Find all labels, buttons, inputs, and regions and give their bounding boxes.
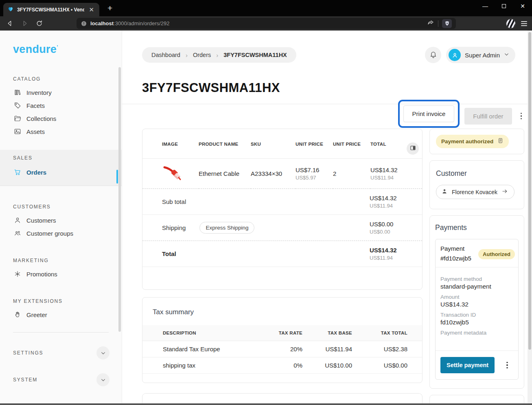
breadcrumb-dashboard[interactable]: Dashboard bbox=[151, 52, 180, 58]
browser-tab[interactable]: 3FY7FSCWSHMA11HX • Vendure ✕ bbox=[3, 3, 99, 16]
sidebar-item-label: Customers bbox=[26, 217, 56, 224]
sidebar-item-greeter[interactable]: Greeter bbox=[0, 308, 122, 321]
sidebar-item-label: Collections bbox=[26, 115, 56, 122]
column-header: TAX RATE bbox=[256, 325, 302, 341]
url-bar[interactable]: localhost:3000/admin/orders/292 bbox=[77, 18, 456, 29]
image-icon bbox=[14, 128, 21, 135]
order-actions-kebab-icon[interactable] bbox=[519, 111, 524, 121]
user-icon bbox=[14, 217, 21, 224]
page-scrollbar-thumb[interactable] bbox=[528, 32, 531, 350]
site-info-icon[interactable] bbox=[81, 20, 87, 27]
tax-rate: 20% bbox=[256, 341, 302, 357]
user-icon bbox=[441, 188, 448, 196]
payment-kebab-icon[interactable] bbox=[505, 360, 510, 370]
user-menu[interactable]: Super Admin bbox=[446, 47, 515, 63]
sidebar-item-inventory[interactable]: Inventory bbox=[0, 86, 122, 99]
unit-price: US$7.16 bbox=[296, 166, 333, 173]
arrow-right-icon bbox=[501, 188, 508, 196]
quantity: 2 bbox=[333, 170, 336, 177]
sidebar-item-orders[interactable]: Orders bbox=[0, 166, 122, 179]
table-header-row: DESCRIPTION TAX RATE TAX BASE TAX TOTAL bbox=[142, 325, 422, 341]
browser-profile-avatar[interactable] bbox=[506, 19, 516, 28]
order-state-card: Payment authorized bbox=[429, 129, 524, 154]
chevron-down-icon[interactable] bbox=[96, 346, 109, 359]
order-state-badge[interactable]: Payment authorized bbox=[436, 135, 509, 148]
sidebar-scrollbar[interactable] bbox=[118, 67, 121, 332]
chevron-right-icon: › bbox=[186, 52, 188, 59]
page-title: 3FY7FSCWSHMA11HX bbox=[142, 81, 532, 95]
sidebar-section-system[interactable]: SYSTEM bbox=[13, 359, 109, 386]
fulfill-order-button[interactable]: Fulfill order bbox=[464, 108, 512, 125]
brave-shield-icon[interactable] bbox=[442, 19, 452, 28]
chevron-down-icon[interactable] bbox=[96, 373, 109, 386]
settle-payment-button[interactable]: Settle payment bbox=[440, 357, 495, 373]
bell-icon bbox=[429, 50, 437, 60]
share-icon[interactable] bbox=[427, 19, 434, 28]
reload-icon[interactable] bbox=[34, 19, 44, 28]
browser-tab-bar: 3FY7FSCWSHMA11HX • Vendure ✕ + — ✕ bbox=[0, 0, 532, 16]
column-header: DESCRIPTION bbox=[142, 325, 256, 341]
sidebar-item-label: Orders bbox=[26, 169, 46, 176]
total-row: Total US$14.32 US$11.94 bbox=[142, 241, 422, 267]
product-name: Ethernet Cable bbox=[199, 170, 239, 177]
new-tab-button[interactable]: + bbox=[107, 3, 112, 13]
tab-close-icon[interactable]: ✕ bbox=[88, 6, 95, 13]
subtotal-label: Sub total bbox=[142, 198, 186, 205]
page-scrollbar[interactable] bbox=[528, 31, 532, 405]
order-lines-card: IMAGE PRODUCT NAME SKU UNIT PRICE UNIT P… bbox=[142, 129, 423, 290]
window-minimize-button[interactable]: — bbox=[476, 0, 495, 12]
column-header: UNIT PRICE bbox=[333, 129, 370, 159]
browser-menu-icon[interactable] bbox=[521, 21, 527, 26]
payment-metadata-label: Payment metadata bbox=[440, 330, 513, 336]
notifications-button[interactable] bbox=[425, 47, 441, 63]
users-icon bbox=[14, 230, 21, 237]
sidebar-item-label: Inventory bbox=[26, 89, 52, 96]
chevron-right-icon: › bbox=[216, 52, 218, 59]
forward-icon[interactable] bbox=[20, 19, 29, 28]
total-value: US$14.32 bbox=[370, 247, 422, 254]
payments-card: Payments Payment #fd10zwjb5 Authorized P… bbox=[429, 215, 524, 389]
print-invoice-button[interactable]: Print invoice bbox=[403, 105, 455, 122]
vendure-logo[interactable]: vendure’ bbox=[13, 43, 122, 56]
chevron-down-icon bbox=[504, 51, 509, 59]
table-row: Standard Tax Europe 20% US$11.94 US$2.38 bbox=[142, 341, 422, 357]
total-label: Total bbox=[142, 250, 176, 257]
sidebar-item-assets[interactable]: Assets bbox=[0, 125, 122, 138]
inventory-icon bbox=[14, 89, 21, 96]
product-thumbnail bbox=[162, 164, 185, 183]
sidebar-section-marketing: MARKETING bbox=[13, 258, 122, 263]
active-item-indicator bbox=[116, 170, 118, 184]
transaction-id-value: fd10zwjb5 bbox=[440, 319, 513, 326]
customer-link[interactable]: Florence Kovacek bbox=[436, 185, 514, 199]
sidebar-section-sales-block: SALES Orders bbox=[0, 150, 122, 186]
sidebar-section-sales: SALES bbox=[13, 155, 122, 161]
column-header: SKU bbox=[251, 129, 296, 159]
vendure-favicon bbox=[7, 6, 14, 14]
window-maximize-button[interactable] bbox=[495, 0, 513, 12]
line-total-ex-tax: US$11.94 bbox=[370, 175, 422, 181]
sidebar-section-my-extensions: MY EXTENSIONS bbox=[13, 298, 122, 304]
sidebar-section-settings[interactable]: SETTINGS bbox=[13, 333, 109, 359]
breadcrumb-orders[interactable]: Orders bbox=[193, 52, 211, 58]
customer-card-title: Customer bbox=[436, 169, 518, 178]
sidebar-item-collections[interactable]: Collections bbox=[0, 112, 122, 125]
tag-icon bbox=[14, 102, 21, 109]
window-close-button[interactable]: ✕ bbox=[513, 0, 532, 12]
column-picker-button[interactable] bbox=[407, 142, 419, 155]
back-icon[interactable] bbox=[5, 19, 15, 28]
subtotal-value-ex-tax: US$11.94 bbox=[370, 203, 422, 209]
column-header: TAX BASE bbox=[302, 325, 352, 341]
sidebar-item-customers[interactable]: Customers bbox=[0, 214, 122, 227]
breadcrumb-order-code: 3FY7FSCWSHMA11HX bbox=[223, 52, 287, 58]
sidebar-item-facets[interactable]: Facets bbox=[0, 99, 122, 112]
product-sku: A23334×30 bbox=[251, 170, 282, 177]
sidebar-item-promotions[interactable]: Promotions bbox=[0, 267, 122, 280]
sidebar-item-label: Facets bbox=[26, 102, 45, 109]
tax-total: US$2.38 bbox=[352, 341, 422, 357]
sidebar-item-customer-groups[interactable]: Customer groups bbox=[0, 227, 122, 240]
user-name: Super Admin bbox=[465, 52, 500, 59]
tax-base: US$11.94 bbox=[302, 341, 352, 357]
customer-card: Customer Florence Kovacek bbox=[429, 160, 524, 209]
total-value-ex-tax: US$11.94 bbox=[370, 255, 422, 261]
shipping-method-chip[interactable]: Express Shipping bbox=[199, 222, 254, 234]
